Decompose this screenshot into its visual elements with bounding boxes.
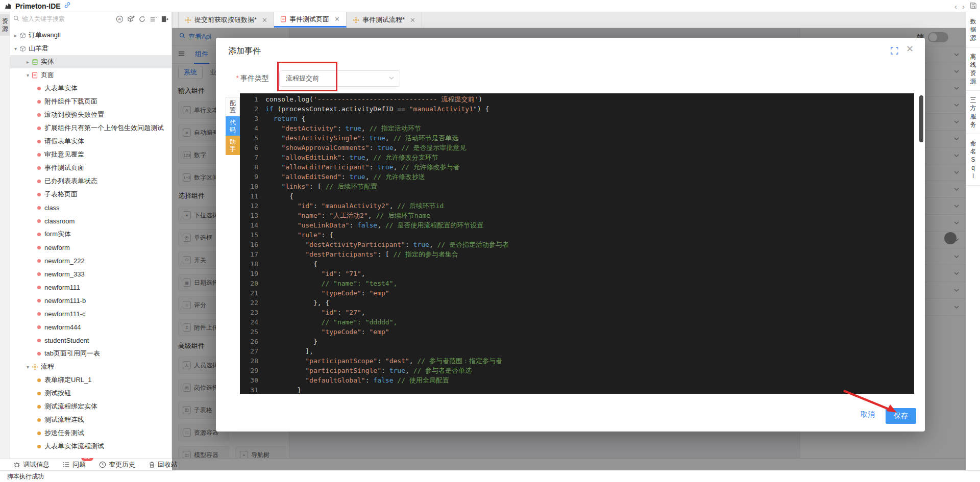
tree-item[interactable]: 子表格页面 [10, 188, 172, 201]
line-number: 12 [240, 201, 258, 211]
tab-close-icon[interactable]: ✕ [262, 16, 267, 24]
editor-tab-助手[interactable]: 助手 [226, 136, 240, 155]
chevron-right-icon[interactable]: ▸ [12, 33, 19, 38]
fullscreen-icon[interactable] [891, 47, 898, 57]
tree-item[interactable]: 测试流程绑定实体 [10, 400, 172, 413]
bottom-item-问题[interactable]: 问题31 [63, 460, 86, 469]
tree-item[interactable]: ▸实体 [10, 55, 172, 68]
title-bar: Primeton-IDE ‹ › [0, 0, 980, 12]
link-icon[interactable] [64, 2, 71, 11]
rail-tab-resources[interactable]: 资源 [0, 14, 10, 36]
nav-forward-icon[interactable]: › [962, 2, 965, 11]
editor-tab-配置[interactable]: 配置 [226, 97, 240, 116]
chevron-down-icon[interactable]: ▾ [12, 46, 19, 52]
save-file-icon[interactable] [970, 2, 977, 11]
code-line: 22 }, { [240, 298, 914, 308]
bottom-item-调试信息[interactable]: 调试信息 [13, 460, 50, 469]
line-number: 25 [240, 327, 258, 337]
page-dot-icon [37, 113, 44, 117]
search-placeholder: 输入关键字搜索 [22, 15, 65, 23]
chevron-right-icon[interactable]: ▸ [24, 59, 32, 65]
right-rail: 数据源离线资源三方服务命名Sql [966, 12, 980, 470]
page-dot-icon [37, 246, 44, 249]
tree-item[interactable]: 已办列表表单状态 [10, 174, 172, 188]
page-dot-icon [37, 219, 44, 223]
tree-item[interactable]: ▾山羊君 [10, 42, 172, 55]
status-bar: 脚本执行成功 [0, 470, 980, 482]
tab-事件测试页面[interactable]: 事件测试页面✕ [274, 12, 347, 28]
trash-icon [149, 461, 155, 468]
tab-label: 事件测试流程* [362, 15, 405, 24]
right-rail-tab-命名Sql[interactable]: 命名Sql [966, 134, 980, 186]
tree-item[interactable]: ▾页面 [10, 68, 172, 82]
code-line: 27 ], [240, 346, 914, 356]
tree-item[interactable]: 表单绑定URL_1 [10, 373, 172, 387]
search-input[interactable]: 输入关键字搜索 [13, 15, 116, 23]
tree-item[interactable]: 滚动到校验失败位置 [10, 108, 172, 121]
tab-事件测试流程*[interactable]: 事件测试流程*✕ [347, 12, 422, 28]
tree-item[interactable]: newform [10, 241, 172, 254]
editor-scrollbar[interactable] [919, 95, 923, 142]
tree-item[interactable]: 大表单实体流程测试 [10, 440, 172, 453]
right-rail-tab-数据源[interactable]: 数据源 [966, 12, 980, 47]
tree-item[interactable]: newform111-b [10, 294, 172, 307]
tab-提交前获取按钮数据*[interactable]: 提交前获取按钮数据*✕ [178, 12, 274, 28]
line-number: 27 [240, 346, 258, 356]
tree-item[interactable]: ▸订单wangll [10, 29, 172, 42]
tree-item[interactable]: 扩展组件只有第一个上传包生效问题测试 [10, 121, 172, 135]
tree-item-label: 测试流程连线 [44, 415, 84, 424]
export-icon[interactable] [161, 15, 168, 23]
code-line: 9 "allowEditSend": true, // 允许修改抄送 [240, 172, 914, 182]
line-number: 6 [240, 143, 258, 153]
tree-item-label: newform444 [44, 323, 81, 331]
tree-item[interactable]: 大表单实体 [10, 82, 172, 95]
right-rail-tab-离线资源[interactable]: 离线资源 [966, 47, 980, 91]
code-line: 20 // "name": "test4", [240, 278, 914, 288]
tree-item[interactable]: newform111-c [10, 307, 172, 320]
tree-item[interactable]: 事件测试页面 [10, 161, 172, 174]
tree-item[interactable]: newform_333 [10, 267, 172, 281]
chevron-down-icon[interactable]: ▾ [24, 72, 32, 78]
line-number: 2 [240, 104, 258, 114]
line-number: 15 [240, 230, 258, 240]
right-rail-tab-三方服务[interactable]: 三方服务 [966, 91, 980, 134]
editor-tab-代码[interactable]: 代码 [226, 116, 240, 136]
add-event-dialog: 添加事件 ✕ *事件类型 流程提交前 配置代码助手 1console.log('… [216, 38, 925, 432]
tab-close-icon[interactable]: ✕ [334, 15, 340, 23]
page-icon [32, 72, 41, 79]
ai-icon[interactable]: AI [116, 15, 124, 23]
page-dot-icon [37, 206, 44, 210]
tree-item[interactable]: newform_222 [10, 254, 172, 267]
tree-item[interactable]: classroom [10, 214, 172, 227]
tree-item[interactable]: 审批意见覆盖 [10, 148, 172, 161]
cube-add-icon[interactable] [127, 15, 135, 23]
refresh-icon[interactable] [138, 15, 146, 23]
code-editor[interactable]: 1console.log('--------------------------… [240, 93, 914, 394]
tree-item[interactable]: 抄送任务测试 [10, 426, 172, 440]
chevron-down-icon[interactable]: ▾ [24, 364, 32, 370]
close-icon[interactable]: ✕ [906, 43, 914, 55]
list-icon[interactable] [150, 15, 157, 23]
tree-item[interactable]: tab页面引用同一表 [10, 347, 172, 360]
bottom-item-变更历史[interactable]: 变更历史 [99, 460, 135, 469]
line-number: 13 [240, 211, 258, 220]
db-icon [32, 59, 41, 65]
tree-item[interactable]: ▾流程 [10, 360, 172, 373]
code-line: 24 // "name": "ddddd", [240, 317, 914, 327]
editor-side-tabs: 配置代码助手 [226, 97, 240, 155]
tree-item[interactable]: 请假表单实体 [10, 135, 172, 148]
tree-item[interactable]: 测试按钮 [10, 387, 172, 400]
tree-item[interactable]: newform444 [10, 320, 172, 334]
line-number: 30 [240, 375, 258, 385]
tree-item[interactable]: 测试流程连线 [10, 413, 172, 426]
tree-item[interactable]: newform111 [10, 281, 172, 294]
line-number: 11 [240, 191, 258, 201]
tree-item[interactable]: 附件组件下载页面 [10, 95, 172, 108]
flow-icon [353, 17, 359, 23]
tab-close-icon[interactable]: ✕ [410, 16, 415, 24]
nav-back-icon[interactable]: ‹ [954, 2, 957, 11]
tree-item[interactable]: class [10, 201, 172, 214]
history-icon [99, 461, 106, 468]
tree-item[interactable]: studentStudent [10, 334, 172, 347]
tree-item[interactable]: form实体 [10, 227, 172, 241]
